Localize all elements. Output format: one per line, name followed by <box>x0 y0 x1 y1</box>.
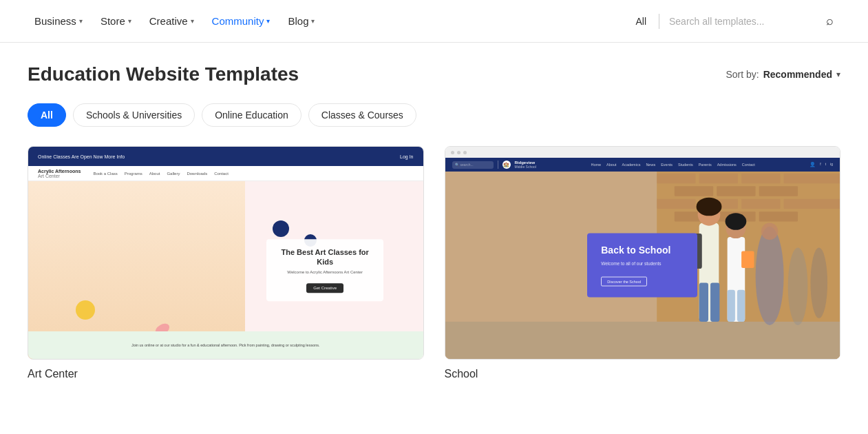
art-nav-link: Gallery <box>167 172 180 176</box>
art-cta-button[interactable]: Get Creative <box>306 283 343 293</box>
svg-point-43 <box>755 227 783 325</box>
nav-item-community[interactable]: Community ▾ <box>205 10 277 32</box>
template-card-art-center[interactable]: Online Classes Are Open Now More Info Lo… <box>28 146 424 380</box>
template-name-art-center: Art Center <box>28 368 424 380</box>
svg-rect-25 <box>741 199 780 209</box>
template-thumb-art-center: Online Classes Are Open Now More Info Lo… <box>28 146 424 360</box>
filter-tab-schools[interactable]: Schools & Universities <box>73 103 195 127</box>
svg-point-33 <box>696 198 721 216</box>
login-icon: 👤 <box>809 162 816 167</box>
all-filter-btn[interactable]: All <box>626 12 656 31</box>
nav-label-blog: Blog <box>288 15 308 27</box>
filter-tabs: All Schools & Universities Online Educat… <box>28 103 840 127</box>
filter-tab-all[interactable]: All <box>28 103 66 127</box>
school-nav-left: 🔍 search... 🏫 Ridgeview Middle School <box>452 161 536 169</box>
art-bottom-bar: Join us online or at our studio for a fu… <box>28 331 423 359</box>
school-nav-link: News <box>646 163 655 167</box>
nav-item-blog[interactable]: Blog ▾ <box>281 10 321 32</box>
instagram-icon: ig <box>830 162 833 167</box>
svg-rect-40 <box>741 251 754 269</box>
svg-rect-42 <box>737 290 744 322</box>
svg-rect-35 <box>699 283 708 322</box>
svg-rect-17 <box>699 174 737 183</box>
sort-by[interactable]: Sort by: Recommended ▾ <box>726 69 840 80</box>
art-nav-link: Book a Class <box>93 172 117 176</box>
page-title: Education Website Templates <box>28 63 299 85</box>
template-name-school: School <box>445 368 841 380</box>
page-content: Education Website Templates Sort by: Rec… <box>0 43 868 401</box>
school-hero-photo: Back to School Welcome to all of our stu… <box>445 172 840 359</box>
school-nav-right: 👤 f t ig <box>809 162 833 167</box>
art-top-bar-login: Log In <box>400 154 413 159</box>
svg-point-46 <box>810 247 827 318</box>
navbar: Business ▾ Store ▾ Creative ▾ Community … <box>0 0 868 43</box>
school-nav: 🔍 search... 🏫 Ridgeview Middle School <box>445 158 840 172</box>
school-nav-link: Students <box>678 163 693 167</box>
school-name-block: Ridgeview Middle School <box>515 161 536 169</box>
svg-point-45 <box>787 247 807 325</box>
dot <box>451 151 454 154</box>
svg-point-44 <box>761 223 778 240</box>
template-thumb-school: 🔍 search... 🏫 Ridgeview Middle School <box>445 146 841 360</box>
art-center-preview: Online Classes Are Open Now More Info Lo… <box>28 147 423 359</box>
nav-item-business[interactable]: Business ▾ <box>28 10 89 32</box>
twitter-icon: t <box>825 162 826 167</box>
art-subtext: Welcome to Acrylic Afternoons Art Center <box>276 270 374 274</box>
chevron-down-icon: ▾ <box>836 70 840 79</box>
svg-rect-20 <box>674 186 712 196</box>
nav-item-store[interactable]: Store ▾ <box>94 10 138 32</box>
search-input[interactable] <box>669 16 821 27</box>
svg-rect-22 <box>759 186 797 196</box>
school-nav-link: Contact <box>742 163 755 167</box>
nav-item-creative[interactable]: Creative ▾ <box>142 10 201 32</box>
school-top-dots <box>445 147 840 158</box>
chevron-down-icon: ▾ <box>191 17 194 25</box>
template-card-school[interactable]: 🔍 search... 🏫 Ridgeview Middle School <box>445 146 841 380</box>
svg-rect-36 <box>710 283 719 322</box>
art-heading: The Best Art Classes for Kids <box>276 247 374 267</box>
school-cta-button[interactable]: Discover the School <box>601 276 647 286</box>
dot <box>463 151 467 154</box>
chevron-down-icon: ▾ <box>266 17 270 25</box>
svg-rect-23 <box>657 199 695 209</box>
search-icon[interactable]: ⌕ <box>826 14 834 28</box>
school-logo-crest: 🏫 <box>502 161 511 169</box>
nav-label-creative: Creative <box>149 15 188 27</box>
nav-label-business: Business <box>34 15 76 27</box>
sort-label: Sort by: <box>726 69 759 80</box>
school-hero-overlay: Back to School Welcome to all of our stu… <box>587 234 697 298</box>
facebook-icon: f <box>820 162 821 167</box>
nav-right: All ⌕ <box>626 10 840 32</box>
school-hero-title: Back to School <box>601 245 684 256</box>
art-top-bar: Online Classes Are Open Now More Info Lo… <box>28 147 423 166</box>
art-nav-link: Contact <box>214 172 229 176</box>
svg-rect-29 <box>759 211 797 221</box>
art-nav-link: About <box>149 172 160 176</box>
chevron-down-icon: ▾ <box>79 17 83 25</box>
shape-blue-circle <box>273 220 289 237</box>
school-preview: 🔍 search... 🏫 Ridgeview Middle School <box>445 147 840 359</box>
filter-tab-online[interactable]: Online Education <box>202 103 301 127</box>
art-nav-logo: Acrylic AfternoonsArt Center <box>38 169 81 178</box>
art-content-box: The Best Art Classes for Kids Welcome to… <box>266 239 383 301</box>
svg-rect-41 <box>727 290 734 322</box>
art-nav-links: Book a Class Programs About Gallery Down… <box>93 172 228 176</box>
art-body: The Best Art Classes for Kids Welcome to… <box>28 181 423 359</box>
shape-yellow-circle <box>76 300 95 320</box>
school-nav-links: Home About Academics News Events Student… <box>591 163 754 167</box>
page-header: Education Website Templates Sort by: Rec… <box>28 63 840 85</box>
school-nav-subtitle: Middle School <box>515 165 536 169</box>
filter-tab-classes[interactable]: Classes & Courses <box>308 103 416 127</box>
art-nav: Acrylic AfternoonsArt Center Book a Clas… <box>28 166 423 181</box>
svg-rect-16 <box>657 174 695 183</box>
school-nav-link: About <box>606 163 616 167</box>
chevron-down-icon: ▾ <box>311 17 315 25</box>
art-nav-link: Downloads <box>187 172 207 176</box>
divider <box>659 14 659 29</box>
sort-value: Recommended <box>763 69 832 80</box>
school-nav-link: Admissions <box>717 163 737 167</box>
svg-rect-30 <box>445 322 840 359</box>
school-nav-link: Home <box>591 163 601 167</box>
art-bottom-text: Join us online or at our studio for a fu… <box>131 343 320 347</box>
nav-label-community: Community <box>212 15 264 27</box>
